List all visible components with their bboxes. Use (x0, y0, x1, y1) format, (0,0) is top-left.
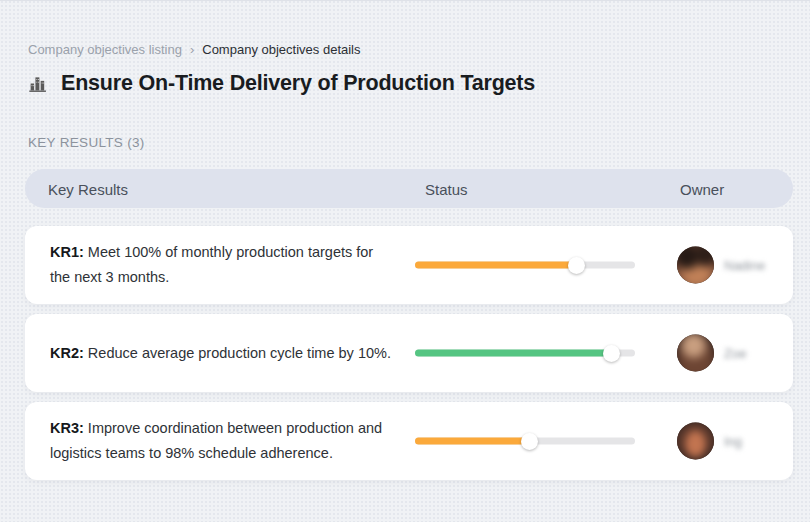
kr-label: KR2: (50, 345, 84, 361)
objective-details-page: { "breadcrumb": { "separator": "›", "ite… (0, 0, 810, 522)
kr-text: Reduce average production cycle time by … (84, 345, 391, 361)
chevron-right-icon: › (190, 42, 194, 57)
slider-thumb[interactable] (568, 257, 585, 274)
breadcrumb-item-details: Company objectives details (202, 42, 360, 57)
avatar (677, 335, 714, 372)
kr-description: KR2: Reduce average production cycle tim… (50, 341, 395, 366)
owner-cell: Zoe (677, 335, 746, 372)
owner-name: Nadine (724, 258, 765, 273)
avatar (677, 423, 714, 460)
owner-cell: Ing (677, 423, 742, 460)
kr-text: Meet 100% of monthly production targets … (50, 244, 373, 285)
column-header-owner: Owner (680, 180, 724, 197)
progress-fill (415, 438, 529, 445)
owner-name: Ing (724, 434, 742, 449)
kr-text: Improve coordination between production … (50, 420, 382, 461)
kr-description: KR1: Meet 100% of monthly production tar… (50, 240, 395, 290)
breadcrumb-item-listing[interactable]: Company objectives listing (28, 42, 182, 57)
owner-name: Zoe (724, 346, 746, 361)
kr-description: KR3: Improve coordination between produc… (50, 416, 395, 466)
table-row-kr1[interactable]: KR1: Meet 100% of monthly production tar… (25, 226, 793, 304)
avatar (677, 247, 714, 284)
key-results-section-label: KEY RESULTS (3) (28, 135, 145, 150)
table-row-kr3[interactable]: KR3: Improve coordination between produc… (25, 402, 793, 480)
progress-slider[interactable] (415, 262, 635, 269)
kr-label: KR3: (50, 420, 84, 436)
column-header-status: Status (425, 180, 468, 197)
table-row-kr2[interactable]: KR2: Reduce average production cycle tim… (25, 314, 793, 392)
progress-fill (415, 262, 576, 269)
table-header-bar: Key Results Status Owner (25, 169, 793, 208)
owner-cell: Nadine (677, 247, 765, 284)
slider-thumb[interactable] (521, 433, 538, 450)
buildings-icon (28, 73, 49, 94)
progress-slider[interactable] (415, 438, 635, 445)
slider-thumb[interactable] (603, 345, 620, 362)
page-title: Ensure On-Time Delivery of Production Ta… (61, 71, 535, 96)
page-title-row: Ensure On-Time Delivery of Production Ta… (28, 71, 535, 96)
progress-fill (415, 350, 611, 357)
kr-label: KR1: (50, 244, 84, 260)
column-header-key-results: Key Results (48, 180, 128, 197)
progress-slider[interactable] (415, 350, 635, 357)
breadcrumb: Company objectives listing › Company obj… (28, 42, 361, 57)
